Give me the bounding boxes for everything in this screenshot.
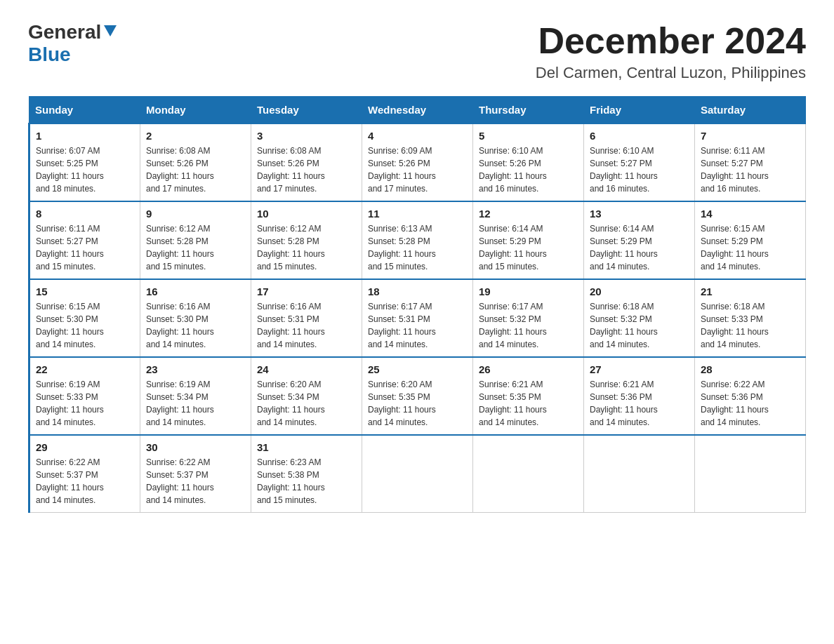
day-info: Sunrise: 6:16 AM Sunset: 5:30 PM Dayligh… xyxy=(146,302,214,349)
day-number: 14 xyxy=(701,208,800,220)
day-number: 7 xyxy=(701,130,800,142)
calendar-cell: 18 Sunrise: 6:17 AM Sunset: 5:31 PM Dayl… xyxy=(362,279,473,357)
day-info: Sunrise: 6:19 AM Sunset: 5:33 PM Dayligh… xyxy=(36,380,104,427)
calendar-cell: 12 Sunrise: 6:14 AM Sunset: 5:29 PM Dayl… xyxy=(473,201,584,279)
svg-marker-0 xyxy=(104,25,117,36)
day-info: Sunrise: 6:13 AM Sunset: 5:28 PM Dayligh… xyxy=(368,224,436,271)
day-info: Sunrise: 6:17 AM Sunset: 5:32 PM Dayligh… xyxy=(479,302,547,349)
day-number: 18 xyxy=(368,286,467,297)
day-number: 31 xyxy=(257,441,356,453)
header-tuesday: Tuesday xyxy=(251,97,362,124)
header-sunday: Sunday xyxy=(29,97,140,124)
day-info: Sunrise: 6:20 AM Sunset: 5:34 PM Dayligh… xyxy=(257,380,325,427)
day-info: Sunrise: 6:12 AM Sunset: 5:28 PM Dayligh… xyxy=(257,224,325,271)
calendar-cell: 22 Sunrise: 6:19 AM Sunset: 5:33 PM Dayl… xyxy=(29,357,140,435)
calendar-cell: 29 Sunrise: 6:22 AM Sunset: 5:37 PM Dayl… xyxy=(29,435,140,513)
title-section: December 2024 Del Carmen, Central Luzon,… xyxy=(536,21,806,82)
day-number: 26 xyxy=(479,363,578,375)
day-number: 20 xyxy=(590,286,689,297)
day-info: Sunrise: 6:18 AM Sunset: 5:32 PM Dayligh… xyxy=(590,302,658,349)
calendar-week-row: 8 Sunrise: 6:11 AM Sunset: 5:27 PM Dayli… xyxy=(29,201,806,279)
logo-triangle-icon xyxy=(104,25,117,39)
day-number: 1 xyxy=(36,130,134,142)
calendar-cell: 5 Sunrise: 6:10 AM Sunset: 5:26 PM Dayli… xyxy=(473,123,584,201)
day-number: 9 xyxy=(146,208,245,220)
calendar-table: SundayMondayTuesdayWednesdayThursdayFrid… xyxy=(28,96,806,513)
day-info: Sunrise: 6:18 AM Sunset: 5:33 PM Dayligh… xyxy=(701,302,769,349)
page-header: General Blue December 2024 Del Carmen, C… xyxy=(28,21,806,82)
calendar-cell: 30 Sunrise: 6:22 AM Sunset: 5:37 PM Dayl… xyxy=(140,435,251,513)
day-info: Sunrise: 6:22 AM Sunset: 5:37 PM Dayligh… xyxy=(36,457,104,505)
calendar-cell: 11 Sunrise: 6:13 AM Sunset: 5:28 PM Dayl… xyxy=(362,201,473,279)
day-number: 17 xyxy=(257,286,356,297)
day-number: 5 xyxy=(479,130,578,142)
calendar-cell: 23 Sunrise: 6:19 AM Sunset: 5:34 PM Dayl… xyxy=(140,357,251,435)
day-info: Sunrise: 6:14 AM Sunset: 5:29 PM Dayligh… xyxy=(479,224,547,271)
day-number: 4 xyxy=(368,130,467,142)
calendar-cell: 1 Sunrise: 6:07 AM Sunset: 5:25 PM Dayli… xyxy=(29,123,140,201)
day-info: Sunrise: 6:23 AM Sunset: 5:38 PM Dayligh… xyxy=(257,457,325,505)
day-info: Sunrise: 6:10 AM Sunset: 5:26 PM Dayligh… xyxy=(479,146,547,194)
day-number: 30 xyxy=(146,441,245,453)
location-title: Del Carmen, Central Luzon, Philippines xyxy=(536,64,806,82)
day-number: 2 xyxy=(146,130,245,142)
calendar-cell: 24 Sunrise: 6:20 AM Sunset: 5:34 PM Dayl… xyxy=(251,357,362,435)
calendar-cell: 17 Sunrise: 6:16 AM Sunset: 5:31 PM Dayl… xyxy=(251,279,362,357)
day-info: Sunrise: 6:11 AM Sunset: 5:27 PM Dayligh… xyxy=(36,224,104,271)
header-saturday: Saturday xyxy=(695,97,806,124)
day-info: Sunrise: 6:22 AM Sunset: 5:36 PM Dayligh… xyxy=(701,380,769,427)
day-info: Sunrise: 6:10 AM Sunset: 5:27 PM Dayligh… xyxy=(590,146,658,194)
day-number: 8 xyxy=(36,208,134,220)
day-info: Sunrise: 6:19 AM Sunset: 5:34 PM Dayligh… xyxy=(146,380,214,427)
day-info: Sunrise: 6:17 AM Sunset: 5:31 PM Dayligh… xyxy=(368,302,436,349)
calendar-week-row: 1 Sunrise: 6:07 AM Sunset: 5:25 PM Dayli… xyxy=(29,123,806,201)
day-info: Sunrise: 6:08 AM Sunset: 5:26 PM Dayligh… xyxy=(257,146,325,194)
day-info: Sunrise: 6:21 AM Sunset: 5:35 PM Dayligh… xyxy=(479,380,547,427)
month-title: December 2024 xyxy=(536,21,806,61)
day-info: Sunrise: 6:20 AM Sunset: 5:35 PM Dayligh… xyxy=(368,380,436,427)
logo-general-text: General xyxy=(28,21,101,43)
day-info: Sunrise: 6:11 AM Sunset: 5:27 PM Dayligh… xyxy=(701,146,769,194)
logo-blue-text: Blue xyxy=(28,43,71,65)
day-info: Sunrise: 6:14 AM Sunset: 5:29 PM Dayligh… xyxy=(590,224,658,271)
header-thursday: Thursday xyxy=(473,97,584,124)
calendar-cell: 15 Sunrise: 6:15 AM Sunset: 5:30 PM Dayl… xyxy=(29,279,140,357)
calendar-cell: 14 Sunrise: 6:15 AM Sunset: 5:29 PM Dayl… xyxy=(695,201,806,279)
day-number: 11 xyxy=(368,208,467,220)
calendar-cell: 21 Sunrise: 6:18 AM Sunset: 5:33 PM Dayl… xyxy=(695,279,806,357)
calendar-cell: 26 Sunrise: 6:21 AM Sunset: 5:35 PM Dayl… xyxy=(473,357,584,435)
day-info: Sunrise: 6:09 AM Sunset: 5:26 PM Dayligh… xyxy=(368,146,436,194)
calendar-week-row: 15 Sunrise: 6:15 AM Sunset: 5:30 PM Dayl… xyxy=(29,279,806,357)
calendar-cell: 2 Sunrise: 6:08 AM Sunset: 5:26 PM Dayli… xyxy=(140,123,251,201)
logo: General Blue xyxy=(28,21,117,66)
calendar-cell: 6 Sunrise: 6:10 AM Sunset: 5:27 PM Dayli… xyxy=(584,123,695,201)
calendar-cell: 19 Sunrise: 6:17 AM Sunset: 5:32 PM Dayl… xyxy=(473,279,584,357)
day-info: Sunrise: 6:07 AM Sunset: 5:25 PM Dayligh… xyxy=(36,146,104,194)
day-number: 19 xyxy=(479,286,578,297)
calendar-cell: 20 Sunrise: 6:18 AM Sunset: 5:32 PM Dayl… xyxy=(584,279,695,357)
day-number: 3 xyxy=(257,130,356,142)
day-number: 15 xyxy=(36,286,134,297)
calendar-cell: 28 Sunrise: 6:22 AM Sunset: 5:36 PM Dayl… xyxy=(695,357,806,435)
header-monday: Monday xyxy=(140,97,251,124)
day-info: Sunrise: 6:15 AM Sunset: 5:29 PM Dayligh… xyxy=(701,224,769,271)
calendar-cell: 27 Sunrise: 6:21 AM Sunset: 5:36 PM Dayl… xyxy=(584,357,695,435)
calendar-cell: 3 Sunrise: 6:08 AM Sunset: 5:26 PM Dayli… xyxy=(251,123,362,201)
calendar-cell xyxy=(362,435,473,513)
day-number: 13 xyxy=(590,208,689,220)
calendar-cell: 25 Sunrise: 6:20 AM Sunset: 5:35 PM Dayl… xyxy=(362,357,473,435)
header-wednesday: Wednesday xyxy=(362,97,473,124)
calendar-week-row: 29 Sunrise: 6:22 AM Sunset: 5:37 PM Dayl… xyxy=(29,435,806,513)
day-number: 22 xyxy=(36,363,134,375)
calendar-cell: 4 Sunrise: 6:09 AM Sunset: 5:26 PM Dayli… xyxy=(362,123,473,201)
calendar-cell xyxy=(695,435,806,513)
day-number: 29 xyxy=(36,441,134,453)
day-number: 28 xyxy=(701,363,800,375)
day-info: Sunrise: 6:12 AM Sunset: 5:28 PM Dayligh… xyxy=(146,224,214,271)
day-number: 23 xyxy=(146,363,245,375)
day-info: Sunrise: 6:16 AM Sunset: 5:31 PM Dayligh… xyxy=(257,302,325,349)
day-info: Sunrise: 6:22 AM Sunset: 5:37 PM Dayligh… xyxy=(146,457,214,505)
calendar-cell xyxy=(584,435,695,513)
day-info: Sunrise: 6:15 AM Sunset: 5:30 PM Dayligh… xyxy=(36,302,104,349)
calendar-cell: 7 Sunrise: 6:11 AM Sunset: 5:27 PM Dayli… xyxy=(695,123,806,201)
